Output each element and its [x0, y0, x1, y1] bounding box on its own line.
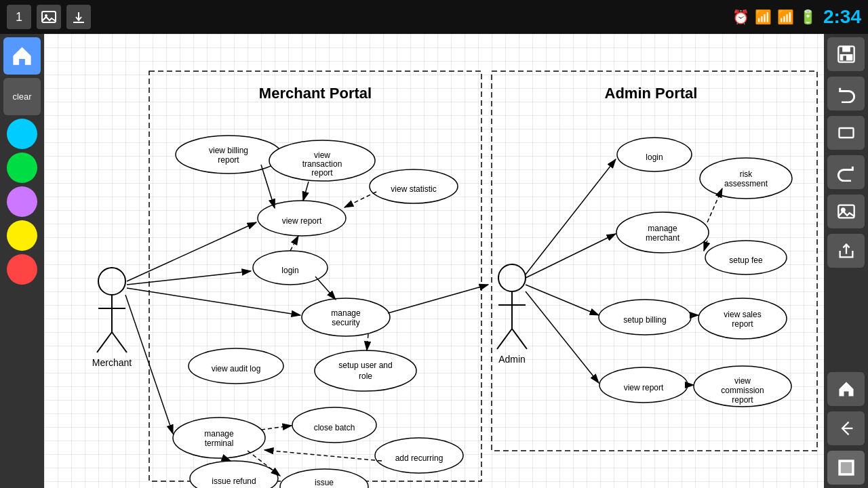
uc-view-transaction-text3: report	[311, 168, 333, 178]
home-button[interactable]	[3, 37, 41, 75]
image-tool[interactable]	[827, 195, 865, 228]
svg-rect-9	[838, 205, 854, 218]
undo-button[interactable]	[827, 77, 865, 110]
wifi-icon: 📶	[755, 9, 772, 25]
status-left: 1	[7, 5, 91, 29]
color-green[interactable]	[7, 152, 37, 183]
uc-view-statistic-text: view statistic	[391, 184, 436, 194]
rectangle-tool[interactable]	[827, 116, 865, 150]
uc-view-report-text: view report	[282, 216, 322, 226]
admin-actor-right-leg	[512, 329, 527, 349]
svg-rect-7	[843, 56, 846, 60]
arrow-merchant-setup-fee	[704, 241, 707, 251]
color-yellow[interactable]	[7, 220, 37, 251]
image-icon	[37, 5, 61, 29]
merchant-actor-right-leg	[112, 332, 127, 352]
arrow-merchant-manage-terminal	[125, 295, 173, 434]
uc-view-transaction-text1: view	[314, 150, 330, 160]
merchant-portal-title: Merchant Portal	[259, 85, 372, 102]
uc-setup-fee-text: setup fee	[729, 256, 763, 265]
uc-view-billing-report-text: view billing	[209, 146, 248, 155]
diagram-canvas[interactable]: Merchant Portal Admin Portal Merchant Ad…	[44, 34, 824, 488]
uc-setup-user-role	[315, 350, 416, 391]
layers-button[interactable]	[827, 451, 865, 485]
uc-manage-terminal-text2: terminal	[205, 439, 234, 448]
uc-view-billing-report-text2: report	[218, 155, 239, 165]
uc-setup-billing-text: setup billing	[623, 315, 666, 325]
merchant-actor-head	[98, 268, 125, 295]
arrow-recurring-terminal	[264, 450, 382, 461]
right-toolbar	[824, 34, 868, 488]
admin-portal-title: Admin Portal	[605, 85, 698, 102]
notification-icon: 1	[7, 5, 31, 29]
uc-manage-terminal-text1: manage	[204, 429, 234, 439]
uc-view-commission-text2: commission	[721, 386, 764, 395]
clock-display: 2:34	[823, 6, 861, 28]
uc-add-recurring-text: add recurring	[395, 453, 443, 463]
uc-login-admin-text: login	[646, 152, 663, 162]
arrow-admin-manage-merchant	[526, 234, 616, 278]
merchant-actor-left-leg	[97, 332, 112, 352]
uc-manage-security-text2: security	[332, 318, 359, 327]
uc-close-batch-text: close batch	[314, 423, 355, 432]
arrow-statistic-view-report	[344, 192, 376, 207]
admin-label: Admin	[498, 354, 526, 365]
uc-issue-purchase-text1: issue	[315, 478, 334, 487]
download-icon	[66, 5, 91, 29]
back-button[interactable]	[827, 411, 865, 445]
status-bar: 1 ⏰ 📶 📶 🔋 2:34	[0, 0, 868, 34]
save-button[interactable]	[827, 37, 865, 71]
uc-view-report-admin-text: view report	[624, 383, 664, 392]
uc-view-transaction-text2: transaction	[302, 159, 342, 169]
uc-setup-user-role-text2: role	[359, 371, 372, 381]
arrow-security-setup-user	[367, 334, 368, 350]
arrow-admin-view-report	[526, 291, 599, 383]
uc-manage-security-text1: manage	[331, 308, 361, 318]
uc-view-audit-log-text: view audit log	[212, 364, 261, 373]
svg-rect-5	[842, 46, 850, 52]
bottom-tools	[827, 372, 865, 485]
color-cyan[interactable]	[7, 119, 37, 149]
svg-rect-14	[842, 463, 851, 472]
arrow-transaction-view-report	[303, 182, 309, 201]
uc-login-merchant-text: login	[281, 266, 298, 275]
status-icons: ⏰ 📶 📶 🔋	[732, 9, 816, 25]
diagram-svg: Merchant Portal Admin Portal Merchant Ad…	[44, 34, 824, 488]
uc-view-commission-text1: view	[734, 376, 751, 386]
merchant-label: Merchant	[92, 357, 132, 368]
share-button[interactable]	[827, 234, 865, 268]
svg-rect-8	[839, 128, 853, 138]
clear-button[interactable]: clear	[3, 78, 41, 115]
arrow-cross-portal	[388, 285, 488, 313]
color-red[interactable]	[7, 254, 37, 285]
svg-rect-0	[42, 12, 56, 22]
uc-view-sales-report-text2: report	[732, 319, 753, 329]
uc-setup-user-role-text1: setup user and	[338, 361, 392, 370]
uc-view-sales-report-text1: view sales	[724, 310, 761, 319]
home-nav-button[interactable]	[827, 372, 865, 406]
arrow-merchant-manage-security	[127, 288, 300, 315]
arrow-admin-login	[526, 159, 616, 274]
arrow-admin-setup-billing	[526, 285, 599, 315]
status-right: ⏰ 📶 📶 🔋 2:34	[732, 6, 861, 28]
uc-manage-merchant-text1: manage	[648, 224, 677, 233]
left-toolbar: clear	[0, 34, 44, 488]
arrow-billing-view-report	[261, 165, 275, 208]
color-purple[interactable]	[7, 186, 37, 217]
battery-icon: 🔋	[800, 9, 816, 25]
uc-risk-assessment-text1: risk	[740, 169, 753, 179]
canvas-area[interactable]: Merchant Portal Admin Portal Merchant Ad…	[44, 34, 824, 488]
uc-manage-merchant-text2: merchant	[646, 233, 680, 243]
signal-icon: 📶	[777, 9, 794, 25]
arrow-terminal-close-batch	[261, 426, 292, 430]
uc-issue-refund-text: issue refund	[212, 476, 256, 486]
arrow-login-security	[315, 277, 336, 300]
uc-view-commission-text3: report	[732, 395, 753, 405]
admin-actor-head	[498, 264, 526, 291]
clock-icon: ⏰	[732, 9, 749, 25]
admin-actor-left-leg	[497, 329, 512, 349]
redo-button[interactable]	[827, 155, 865, 189]
arrow-login-view-report	[290, 236, 298, 251]
uc-risk-assessment-text2: assessment	[724, 179, 768, 188]
